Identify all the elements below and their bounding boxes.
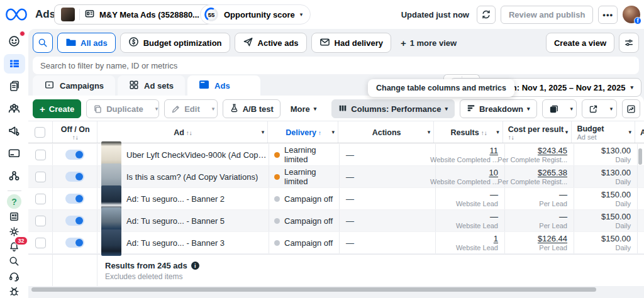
chevron-down-icon: ▾ [428,129,431,135]
columns-tooltip: Change table columns and metrics [368,79,514,97]
sidebar-item-report-bug[interactable] [4,284,25,298]
chevron-down-icon: ▾ [314,106,317,112]
horizontal-scrollbar[interactable] [31,287,596,292]
more-options-button[interactable]: ••• [598,6,618,24]
duplicate-button[interactable]: Duplicate [87,100,150,118]
breakdown-button[interactable]: Breakdown ▾ [460,99,537,118]
results-value-link[interactable]: 11 [490,146,499,155]
plus-icon: + [40,104,45,114]
ad-name-link[interactable]: Ad: Tu seguro... - Banner 2 [126,194,225,204]
tab-campaigns[interactable]: Campaigns [33,75,115,96]
column-header-actions[interactable]: Actions ▾ [338,121,434,143]
review-and-publish-button[interactable]: Review and publish [501,6,593,24]
duplicate-dropdown[interactable]: ▾ [150,100,159,118]
account-avatar [61,8,75,21]
reports-button[interactable] [543,100,565,118]
info-icon[interactable]: i [191,262,199,270]
user-avatar[interactable]: f [623,6,640,23]
export-dropdown[interactable]: ▾ [604,100,617,118]
ads-manager-app: Ads M&Y Meta Ads (3528880... ▾ 55 Opport… [0,0,644,298]
sidebar-item-notifications[interactable]: 32 [4,240,25,253]
view-active-ads[interactable]: Active ads [235,33,307,53]
columns-button[interactable]: Columns: Performance ▾ [331,99,455,118]
row-checkbox[interactable] [35,150,46,160]
sidebar-item-billing[interactable] [4,143,25,163]
reports-dropdown[interactable]: ▾ [565,100,577,118]
sort-icon: ↑↓ [186,130,192,136]
opportunity-score-button[interactable]: 55 Opportunity score ▾ [200,4,311,25]
sidebar-item-help[interactable]: ? [4,195,25,209]
ad-name-link[interactable]: Is this a scam? (Ad Copy Variations) [126,172,258,182]
sidebar-divider [8,190,21,191]
column-header-budget[interactable]: Budget Ad set ▾ [572,121,635,143]
opportunity-score-value: 55 [204,7,219,22]
chevron-down-icon: ▾ [527,106,530,112]
view-all-ads[interactable]: All ads [57,33,116,53]
ad-name-link[interactable]: Ad: Tu seguro... - Banner 3 [126,238,225,248]
business-portfolio-icon [84,8,95,21]
sidebar-item-reporting[interactable] [4,210,25,224]
column-header-results[interactable]: Results ↑↓ ▾ [434,121,503,143]
tab-ads[interactable]: Ads [187,75,260,96]
ad-account-selector[interactable]: M&Y Meta Ads (3528880... ▾ [54,4,214,25]
refresh-button[interactable] [477,6,496,24]
level-tabs: Campaigns Ad sets Ads [33,75,260,96]
row-checkbox[interactable] [35,194,46,204]
view-settings-button[interactable] [619,33,639,53]
paper-plane-icon [243,36,253,49]
row-checkbox[interactable] [35,238,46,248]
more-menu-button[interactable]: More ▾ [286,104,322,114]
meta-logo-icon[interactable] [6,7,27,22]
sidebar-item-search[interactable] [4,255,25,268]
cost-value-link[interactable]: $126.44 [538,235,567,243]
help-icon: ? [7,194,21,209]
results-summary: Results from 245 ads i Excludes deleted … [97,255,199,286]
cost-value-link[interactable]: $243.45 [538,146,567,155]
row-checkbox[interactable] [35,216,46,226]
sidebar-item-audiences[interactable] [4,99,25,119]
select-all-checkbox[interactable] [35,127,45,138]
charts-button[interactable] [622,99,640,118]
sidebar-item-assets[interactable] [4,165,25,185]
column-header-on-off[interactable]: Off / On ↑↓ [53,121,97,143]
results-value-link[interactable]: 1 [494,235,498,243]
results-value-link[interactable]: 10 [489,168,498,177]
create-a-view-button[interactable]: Create a view [546,33,614,53]
ab-test-button[interactable]: A/B test [223,99,280,118]
create-button[interactable]: + Create [33,99,81,118]
cost-value-link[interactable]: $265.38 [538,168,567,177]
filter-search-button[interactable] [33,33,53,53]
page-title: Ads [35,8,55,21]
left-sidebar: ? 32 [0,29,28,298]
sidebar-item-advertise[interactable] [4,121,25,141]
sidebar-item-support[interactable] [4,270,25,284]
more-views-button[interactable]: + 1 more view [396,38,462,48]
ad-on-off-toggle[interactable] [65,216,84,226]
column-header-ad[interactable]: Ad ↑↓ ▾ [97,121,269,143]
delivery-status-dot [274,174,280,180]
view-budget-optimization[interactable]: Budget optimization [120,33,230,53]
export-button[interactable] [582,100,604,118]
plus-icon: + [401,38,406,48]
sidebar-item-account-overview[interactable] [4,31,25,52]
column-header-cost-per-result[interactable]: Cost per result ↑↓ ▾ [503,121,572,143]
column-header-delivery[interactable]: Delivery ↑ ▾ [268,121,338,143]
ad-on-off-toggle[interactable] [65,172,84,182]
search-input[interactable] [33,57,639,74]
view-had-delivery[interactable]: Had delivery [311,33,391,53]
ad-on-off-toggle[interactable] [65,238,84,248]
row-checkbox[interactable] [35,172,46,182]
chevron-down-icon: ▾ [565,129,569,135]
ad-name-link[interactable]: Ad: Tu seguro... - Banner 5 [126,216,225,226]
vertical-scrollbar[interactable] [638,148,642,165]
sidebar-item-campaigns[interactable] [4,54,25,74]
ad-on-off-toggle[interactable] [65,150,84,160]
ad-thumbnail[interactable] [101,229,121,256]
table-row: Ad: Tu seguro... - Banner 3 Campaign off… [28,232,644,254]
ad-name-link[interactable]: Uber Lyft CheckVideo-900k (Ad Copy Vari.… [126,150,269,160]
edit-button[interactable]: Edit [165,100,206,118]
edit-dropdown[interactable]: ▾ [206,100,218,118]
tab-ad-sets[interactable]: Ad sets [118,75,185,96]
ad-on-off-toggle[interactable] [65,194,84,204]
sidebar-item-pages[interactable] [4,76,25,96]
